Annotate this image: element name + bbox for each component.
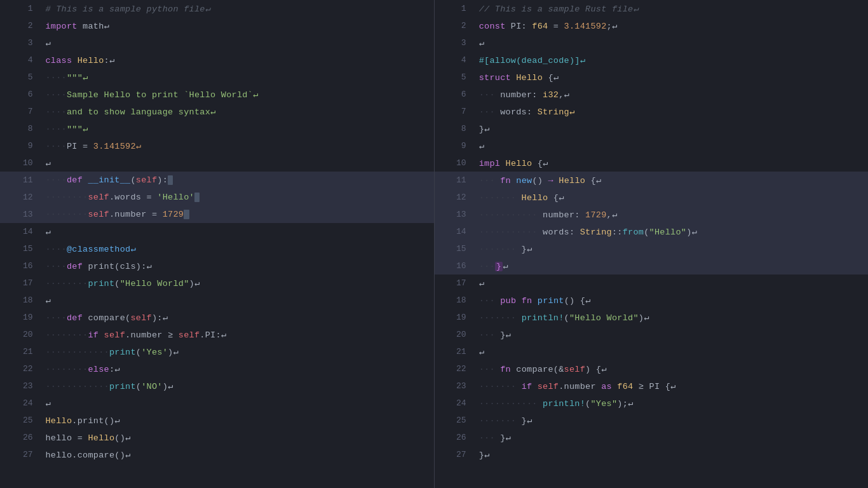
line-code: struct Hello {↵ [474,69,868,86]
line-code: Hello.print()↵ [41,412,434,429]
line-code: ······· if self.number as f64 ≥ PI {↵ [474,377,868,395]
line-number: 14 [435,223,474,240]
line-code: ··· fn compare(&self) {↵ [474,360,868,377]
line-code: ··· number: i32,↵ [474,86,868,103]
table-row: 16 ····def print(cls):↵ [0,257,434,274]
table-row: 1 // This is a sample Rust file↵ [435,0,869,17]
table-row: 24 ··········· println!("Yes");↵ [435,395,869,412]
table-row: 18 ··· pub fn print() {↵ [435,292,869,309]
table-row: 7 ····and to show language syntax↵ [0,103,434,120]
line-code: ··········· println!("Yes");↵ [474,395,868,412]
line-code: }↵ [474,446,868,463]
rust-code-area[interactable]: 1 // This is a sample Rust file↵ 2 const… [435,0,869,488]
table-row: 14 ↵ [0,223,434,240]
table-row: 9 ↵ [435,137,869,154]
table-row: 12 ······· Hello {↵ [435,189,869,206]
line-number: 11 [435,172,474,189]
line-code: ↵ [41,395,434,412]
rust-code-table: 1 // This is a sample Rust file↵ 2 const… [435,0,869,463]
table-row: 27 hello.compare()↵ [0,446,434,463]
table-row: 17 ↵ [435,274,869,292]
line-number: 1 [435,0,474,17]
line-code: ········if self.number ≥ self.PI:↵ [41,326,434,343]
table-row: 25 ······· }↵ [435,412,869,429]
line-code: ········else:↵ [41,360,434,377]
line-code: import math↵ [41,17,434,34]
line-code: # This is a sample python file↵ [41,0,434,17]
line-code: ··········· number: 1729,↵ [474,206,868,223]
line-number: 20 [435,326,474,343]
line-number: 18 [0,292,41,309]
table-row: 10 impl Hello {↵ [435,154,869,172]
table-row: 13 ········self.number = 1729 [0,206,434,223]
table-row: 14 ··········· words: String::from("Hell… [435,223,869,240]
table-row: 4 #[allow(dead_code)]↵ [435,51,869,69]
line-number: 3 [435,34,474,51]
line-number: 23 [435,377,474,395]
line-number: 24 [435,395,474,412]
table-row: 11 ··· fn new() → Hello {↵ [435,172,869,189]
line-code: ····def __init__(self): [41,172,434,189]
table-row: 26 ··· }↵ [435,429,869,446]
table-row: 20 ········if self.number ≥ self.PI:↵ [0,326,434,343]
line-number: 7 [0,103,41,120]
line-code: ↵ [474,34,868,51]
line-code: ↵ [474,137,868,154]
line-number: 16 [0,257,41,274]
line-code: hello.compare()↵ [41,446,434,463]
line-code: ····and to show language syntax↵ [41,103,434,120]
table-row: 16 ···}↵ [435,257,869,274]
line-number: 15 [435,240,474,257]
line-number: 14 [0,223,41,240]
line-number: 19 [0,309,41,326]
line-code: ··· }↵ [474,429,868,446]
line-code: ↵ [474,343,868,360]
table-row: 23 ······· if self.number as f64 ≥ PI {↵ [435,377,869,395]
table-row: 22 ··· fn compare(&self) {↵ [435,360,869,377]
line-code: ····def print(cls):↵ [41,257,434,274]
table-row: 20 ··· }↵ [435,326,869,343]
table-row: 5 struct Hello {↵ [435,69,869,86]
line-number: 10 [435,154,474,172]
line-number: 26 [435,429,474,446]
line-code: ········print("Hello World")↵ [41,274,434,292]
line-code: ↵ [41,34,434,51]
line-code: ··· }↵ [474,326,868,343]
line-code: ····"""↵ [41,69,434,86]
line-code: ···}↵ [474,257,868,274]
line-number: 21 [435,343,474,360]
line-number: 4 [435,51,474,69]
python-code-area[interactable]: 1 # This is a sample python file↵ 2 impo… [0,0,434,488]
line-number: 13 [0,206,41,223]
table-row: 8 }↵ [435,120,869,137]
line-code: #[allow(dead_code)]↵ [474,51,868,69]
line-number: 11 [0,172,41,189]
line-code: class Hello:↵ [41,51,434,69]
table-row: 23 ············print('NO')↵ [0,377,434,395]
line-number: 27 [435,446,474,463]
line-number: 18 [435,292,474,309]
line-code: ········self.words = 'Hello' [41,189,434,206]
python-code-table: 1 # This is a sample python file↵ 2 impo… [0,0,434,463]
line-number: 27 [0,446,41,463]
line-number: 22 [435,360,474,377]
line-code: ··· fn new() → Hello {↵ [474,172,868,189]
line-code: }↵ [474,120,868,137]
line-code: ······· Hello {↵ [474,189,868,206]
line-number: 9 [435,137,474,154]
line-code: ····Sample Hello to print `Hello World`↵ [41,86,434,103]
table-row: 3 ↵ [435,34,869,51]
line-code: ↵ [41,292,434,309]
table-row: 15 ······· }↵ [435,240,869,257]
table-row: 2 import math↵ [0,17,434,34]
line-number: 12 [435,189,474,206]
line-number: 6 [435,86,474,103]
table-row: 10 ↵ [0,154,434,172]
line-number: 2 [0,17,41,34]
table-row: 15 ····@classmethod↵ [0,240,434,257]
line-code: ····PI = 3.141592↵ [41,137,434,154]
table-row: 13 ··········· number: 1729,↵ [435,206,869,223]
line-code: ↵ [41,223,434,240]
line-number: 16 [435,257,474,274]
table-row: 5 ····"""↵ [0,69,434,86]
